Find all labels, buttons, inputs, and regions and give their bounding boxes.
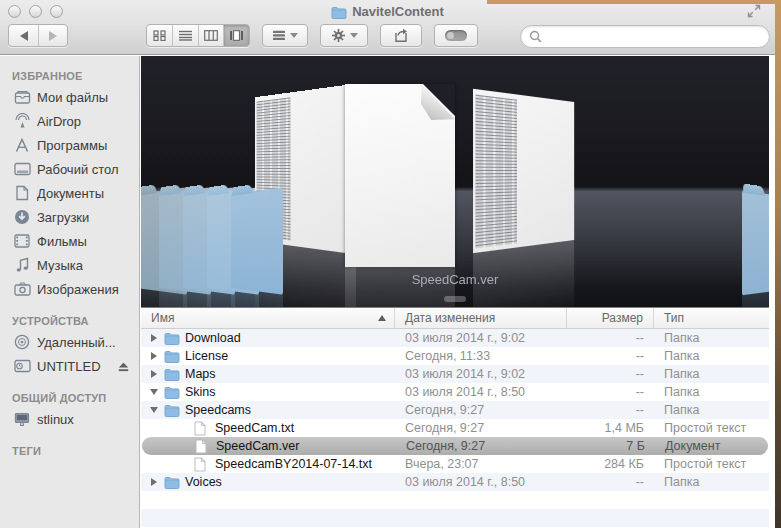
fullscreen-icon[interactable] bbox=[747, 4, 761, 18]
documents-icon bbox=[13, 184, 31, 202]
name-cell: Voices bbox=[141, 473, 395, 491]
size-cell: -- bbox=[567, 383, 654, 401]
sidebar-item-фильмы[interactable]: Фильмы bbox=[0, 229, 139, 253]
share-icon bbox=[392, 28, 410, 43]
coverflow-selected-label: SpeedCam.ver bbox=[141, 272, 769, 287]
size-cell: -- bbox=[567, 347, 654, 365]
search-input[interactable] bbox=[547, 30, 761, 44]
eject-button[interactable] bbox=[117, 359, 131, 373]
date-modified-cell: Сегодня, 9:27 bbox=[396, 437, 568, 455]
list-view-button[interactable] bbox=[172, 25, 198, 46]
disclosure-triangle-expanded[interactable] bbox=[149, 407, 159, 413]
column-view-button[interactable] bbox=[198, 25, 224, 46]
coverflow-selected-item[interactable] bbox=[345, 84, 455, 267]
kind-cell: Папка bbox=[654, 329, 769, 347]
sidebar-section-title: ОБЩИЙ ДОСТУП bbox=[0, 389, 139, 407]
file-name: License bbox=[185, 349, 228, 363]
disclosure-triangle-collapsed[interactable] bbox=[149, 478, 159, 486]
folder-icon bbox=[164, 349, 180, 364]
sidebar-section: ИЗБРАННОЕМои файлыAirDropПрограммыРабочи… bbox=[0, 56, 139, 301]
window-chrome: NavitelContent bbox=[0, 0, 775, 55]
toolbar bbox=[0, 22, 775, 54]
tags-button[interactable] bbox=[434, 24, 478, 47]
size-cell: 7 Б bbox=[568, 437, 655, 455]
date-modified-cell: Вчера, 23:07 bbox=[395, 455, 567, 473]
kind-cell: Папка bbox=[654, 347, 769, 365]
column-header-2[interactable]: Размер bbox=[567, 308, 654, 328]
sidebar-item-label: Загрузки bbox=[37, 210, 89, 225]
file-row[interactable]: Voices03 июля 2014 г., 8:50--Папка bbox=[141, 473, 769, 491]
date-modified-cell: Сегодня, 11:33 bbox=[395, 347, 567, 365]
sidebar-item-label: Мои файлы bbox=[37, 90, 108, 105]
disclosure-triangle-collapsed[interactable] bbox=[149, 352, 159, 360]
splitter-handle[interactable] bbox=[444, 296, 466, 302]
file-icon bbox=[194, 421, 210, 436]
sidebar-section: ОБЩИЙ ДОСТУПstlinux bbox=[0, 378, 139, 431]
sidebar-item-документы[interactable]: Документы bbox=[0, 181, 139, 205]
date-modified-cell: Сегодня, 9:27 bbox=[395, 401, 567, 419]
disclosure-triangle-expanded[interactable] bbox=[149, 389, 159, 395]
file-row[interactable]: SpeedcamBY2014-07-14.txtВчера, 23:07284 … bbox=[141, 455, 769, 473]
sidebar-item-label: Изображения bbox=[37, 282, 119, 297]
coverflow-pane[interactable]: SpeedCam.ver bbox=[141, 56, 769, 307]
sidebar-item-stlinux[interactable]: stlinux bbox=[0, 407, 139, 431]
sidebar-item-label: Удаленный... bbox=[37, 335, 116, 350]
coverflow-view-button[interactable] bbox=[223, 25, 249, 46]
icon-view-icon bbox=[153, 30, 166, 41]
sidebar-item-изображения[interactable]: Изображения bbox=[0, 277, 139, 301]
name-cell: SpeedcamBY2014-07-14.txt bbox=[141, 455, 395, 473]
folder-icon bbox=[164, 385, 180, 400]
sidebar-item-label: UNTITLED bbox=[37, 359, 101, 374]
column-header-1[interactable]: Дата изменения bbox=[395, 308, 567, 328]
forward-button[interactable] bbox=[38, 25, 67, 46]
column-header-label: Размер bbox=[602, 311, 643, 325]
column-header-0[interactable]: Имя bbox=[141, 308, 395, 328]
sidebar-item-загрузки[interactable]: Загрузки bbox=[0, 205, 139, 229]
date-modified-cell: Сегодня, 9:27 bbox=[395, 419, 567, 437]
sidebar-item-рабочий-стол[interactable]: Рабочий стол bbox=[0, 157, 139, 181]
sidebar-item-label: Документы bbox=[37, 186, 104, 201]
search-field[interactable] bbox=[520, 25, 770, 48]
file-list[interactable]: Download03 июля 2014 г., 9:02--ПапкаLice… bbox=[141, 329, 769, 528]
disclosure-triangle-collapsed[interactable] bbox=[149, 370, 159, 378]
kind-cell: Документ bbox=[655, 437, 768, 455]
shared-computer-icon bbox=[13, 410, 31, 428]
back-button[interactable] bbox=[9, 25, 38, 46]
file-row[interactable]: SpeedCam.txtСегодня, 9:271,4 МБПростой т… bbox=[141, 419, 769, 437]
size-cell: -- bbox=[567, 401, 654, 419]
sidebar-item-airdrop[interactable]: AirDrop bbox=[0, 109, 139, 133]
sidebar-item-мои-файлы[interactable]: Мои файлы bbox=[0, 85, 139, 109]
sidebar-item-label: stlinux bbox=[37, 412, 74, 427]
kind-cell: Папка bbox=[654, 473, 769, 491]
back-arrow-icon bbox=[20, 31, 28, 41]
sidebar-item-программы[interactable]: Программы bbox=[0, 133, 139, 157]
name-cell: SpeedCam.ver bbox=[142, 437, 396, 455]
column-header-label: Дата изменения bbox=[405, 311, 495, 325]
coverflow-document-icon[interactable] bbox=[473, 89, 574, 253]
file-row[interactable]: Download03 июля 2014 г., 9:02--Папка bbox=[141, 329, 769, 347]
sidebar-item-удаленный-[interactable]: Удаленный... bbox=[0, 330, 139, 354]
sidebar-section-title: УСТРОЙСТВА bbox=[0, 312, 139, 330]
sidebar-item-untitled[interactable]: UNTITLED bbox=[0, 354, 139, 378]
sort-ascending-icon bbox=[378, 315, 386, 321]
file-row[interactable]: Maps03 июля 2014 г., 9:02--Папка bbox=[141, 365, 769, 383]
kind-cell: Папка bbox=[654, 383, 769, 401]
size-cell: 1,4 МБ bbox=[567, 419, 654, 437]
arrange-button[interactable] bbox=[262, 24, 308, 47]
column-header-3[interactable]: Тип bbox=[654, 308, 769, 328]
name-cell: Speedcams bbox=[141, 401, 395, 419]
finder-window: NavitelContent bbox=[0, 0, 775, 528]
file-row[interactable]: SpeedcamsСегодня, 9:27--Папка bbox=[141, 401, 769, 419]
action-button[interactable] bbox=[320, 24, 368, 47]
file-row[interactable]: SpeedCam.verСегодня, 9:277 БДокумент bbox=[142, 437, 768, 455]
downloads-icon bbox=[13, 208, 31, 226]
disclosure-triangle-collapsed[interactable] bbox=[149, 334, 159, 342]
share-button[interactable] bbox=[380, 24, 422, 47]
file-row[interactable]: Skins03 июля 2014 г., 8:50--Папка bbox=[141, 383, 769, 401]
folder-icon bbox=[164, 475, 180, 490]
file-row[interactable]: LicenseСегодня, 11:33--Папка bbox=[141, 347, 769, 365]
icon-view-button[interactable] bbox=[147, 25, 172, 46]
sidebar-item-музыка[interactable]: Музыка bbox=[0, 253, 139, 277]
chevron-down-icon bbox=[350, 33, 358, 38]
my-files-icon bbox=[13, 88, 31, 106]
